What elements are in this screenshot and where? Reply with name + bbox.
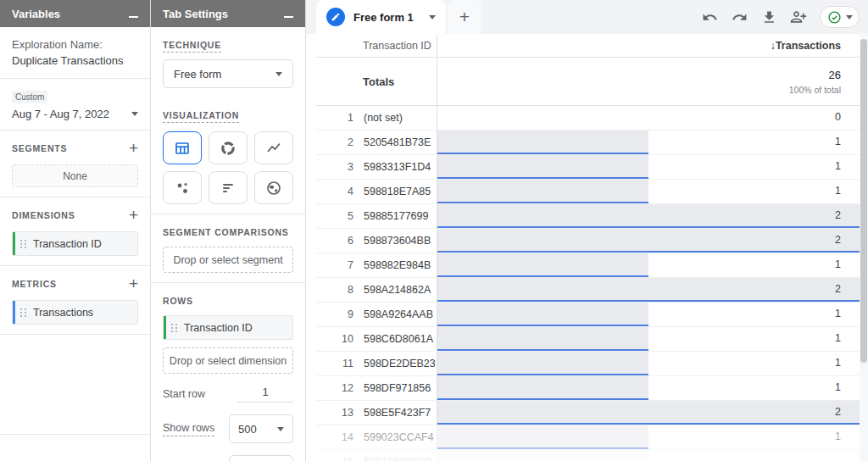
dimension-column-header[interactable]: Transaction ID (316, 34, 437, 57)
table-row[interactable]: 12598DF9718561 (316, 376, 860, 401)
transaction-id-cell: 5983313F1D4 (353, 155, 437, 179)
table-row[interactable]: 6598873604BB2 (316, 229, 860, 253)
transaction-id-cell: 598818E7A85 (353, 180, 437, 203)
value-bar (437, 278, 860, 302)
redo-button[interactable] (731, 8, 748, 25)
table-row[interactable]: 13598E5F423F72 (316, 401, 860, 425)
table-row[interactable]: 11598DE2DEB231 (316, 352, 860, 376)
add-tab-button[interactable]: + (448, 0, 481, 34)
drag-handle-icon[interactable] (20, 308, 27, 317)
table-row[interactable]: 4598818E7A851 (316, 180, 860, 204)
value-bar (437, 229, 860, 253)
metric-cell: 1 (437, 131, 860, 154)
metric-cell: 1 (437, 376, 860, 400)
undo-button[interactable] (701, 8, 718, 25)
chevron-down-icon[interactable] (131, 112, 138, 116)
metric-chip-transactions[interactable]: Transactions (12, 300, 138, 325)
exploration-name-value[interactable]: Duplicate Transactions (12, 53, 138, 69)
minimize-icon[interactable] (129, 16, 138, 18)
table-row[interactable]: 8598A214862A2 (316, 278, 860, 303)
viz-table-button[interactable] (163, 131, 202, 164)
table-row[interactable]: 9598A9264AAB1 (316, 303, 860, 327)
value-bar (437, 253, 648, 277)
metric-cell: 2 (437, 204, 860, 228)
dimension-dropzone[interactable]: Drop or select dimension (163, 347, 293, 374)
share-button[interactable] (790, 8, 807, 25)
table-row[interactable]: 1559910600BD0 (316, 450, 860, 461)
metric-value: 1 (835, 303, 841, 325)
tab-strip: Free form 1 + (306, 0, 868, 34)
metric-cell: 1 (437, 425, 860, 449)
date-range-value[interactable]: Aug 7 - Aug 7, 2022 (12, 108, 109, 120)
viz-donut-chart-button[interactable] (209, 131, 248, 164)
exploration-name-section[interactable]: Exploration Name: Duplicate Transactions (0, 27, 150, 79)
row-index: 10 (316, 327, 353, 351)
viz-bar-chart-button[interactable] (209, 171, 248, 204)
tab-settings-title: Tab Settings (163, 8, 228, 20)
technique-section: TECHNIQUE Free form (151, 27, 305, 97)
viz-scatter-plot-button[interactable] (163, 171, 202, 204)
row-index: 2 (316, 131, 353, 154)
download-button[interactable] (760, 8, 777, 25)
drag-handle-icon[interactable] (20, 240, 27, 248)
viz-geo-map-button[interactable] (254, 171, 293, 204)
metric-value: 1 (835, 155, 841, 178)
chevron-down-icon[interactable] (429, 15, 436, 19)
download-icon (761, 9, 777, 25)
table-row[interactable]: 1(not set)0 (316, 106, 860, 131)
segment-comparisons-section: SEGMENT COMPARISONS Drop or select segme… (151, 214, 305, 283)
tab-settings-header: Tab Settings (151, 0, 305, 27)
add-segment-button[interactable]: + (129, 141, 138, 156)
metric-chip-label: Transactions (33, 307, 93, 319)
table-header-row: Transaction ID ↓Transactions (316, 34, 860, 58)
table-row[interactable]: 35983313F1D41 (316, 155, 860, 180)
geo-map-icon (265, 180, 282, 197)
add-metric-button[interactable]: + (129, 276, 138, 292)
segments-label: SEGMENTS (12, 143, 67, 153)
row-index: 13 (316, 401, 353, 425)
viz-line-chart-button[interactable] (254, 131, 293, 164)
dimensions-label: DIMENSIONS (12, 210, 75, 220)
table-row[interactable]: 25205481B73E1 (316, 131, 860, 155)
start-row-input[interactable]: 1 (237, 386, 293, 403)
table-row[interactable]: 14599023CCAF41 (316, 425, 860, 450)
row-index: 3 (316, 155, 353, 179)
metrics-section: METRICS + Transactions (0, 266, 150, 335)
value-bar (437, 180, 648, 203)
rows-chip-transaction-id[interactable]: Transaction ID (163, 315, 293, 340)
segment-dropzone[interactable]: Drop or select segment (163, 247, 293, 273)
show-rows-select[interactable]: 500 (229, 414, 293, 443)
segments-empty-chip[interactable]: None (12, 164, 138, 187)
add-dimension-button[interactable]: + (129, 208, 138, 223)
dimension-chip-transaction-id[interactable]: Transaction ID (12, 231, 138, 256)
visualization-label: VISUALIZATION (163, 110, 239, 123)
start-row-label: Start row (163, 388, 205, 400)
tab-label: Free form 1 (353, 11, 414, 24)
metric-value: 2 (835, 278, 841, 301)
transaction-id-cell: 5205481B73E (353, 131, 437, 154)
table-row[interactable]: 5598851776992 (316, 204, 860, 229)
transaction-id-cell: 59910600BD0 (353, 450, 437, 461)
undo-icon (702, 9, 718, 25)
row-index: 12 (316, 376, 353, 400)
metric-column-header[interactable]: ↓Transactions (437, 40, 860, 52)
value-bar (437, 204, 860, 228)
totals-row: Totals 26 100% of total (316, 58, 860, 106)
freeform-table: Transaction ID ↓Transactions Totals 26 1… (316, 34, 860, 461)
show-rows-label: Show rows (163, 422, 214, 436)
nested-rows-select[interactable]: No (229, 455, 293, 461)
technique-select[interactable]: Free form (163, 59, 293, 88)
vertical-scrollbar[interactable] (860, 34, 868, 461)
redo-icon (732, 9, 748, 25)
table-row[interactable]: 7598982E984B1 (316, 253, 860, 278)
drag-handle-icon[interactable] (171, 324, 178, 332)
scrollbar-thumb[interactable] (860, 39, 867, 363)
value-bar (437, 352, 648, 375)
tab-free-form-1[interactable]: Free form 1 (316, 0, 446, 34)
minimize-icon[interactable] (284, 16, 293, 18)
table-row[interactable]: 10598C6D8061A1 (316, 327, 860, 352)
applied-steps-button[interactable] (820, 6, 860, 28)
chevron-down-icon (275, 72, 282, 76)
segments-section: SEGMENTS + None (0, 131, 150, 197)
date-range-section[interactable]: Custom Aug 7 - Aug 7, 2022 (0, 79, 150, 131)
